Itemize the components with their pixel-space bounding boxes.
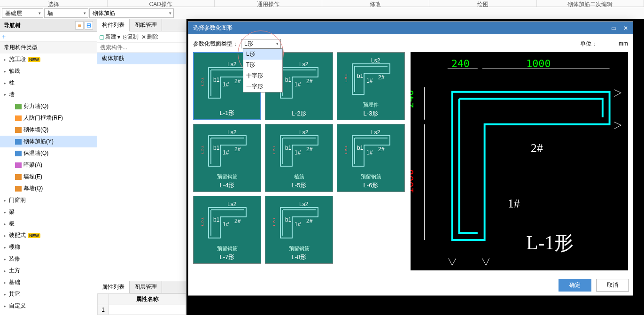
thumb-L-7形[interactable]: Ls2b11#2#Ls1预留钢筋L-7形 (193, 196, 261, 264)
section-type-dropdown[interactable]: L形 (241, 39, 281, 48)
nav-group-柱[interactable]: 柱 (0, 77, 97, 89)
tab-layer-mgmt[interactable]: 图层管理 (130, 281, 162, 293)
svg-text:Ls1: Ls1 (202, 77, 205, 86)
dim-v2: 1000 (411, 169, 416, 193)
svg-text:Ls2: Ls2 (227, 129, 237, 136)
insulation-icon (15, 151, 22, 156)
nav-group-土方[interactable]: 土方 (0, 265, 97, 277)
nav-item-人防门框墙(RF)[interactable]: 人防门框墙(RF) (0, 112, 97, 124)
svg-text:b1: b1 (285, 216, 292, 223)
dropdown-option-十字形[interactable]: 十字形 (243, 70, 282, 81)
svg-text:Ls2: Ls2 (371, 57, 380, 64)
ribbon-group-select[interactable]: 选择 (0, 0, 108, 7)
svg-text:b1: b1 (357, 145, 364, 151)
prop-row-1: 1 (98, 305, 109, 315)
svg-text:1#: 1# (295, 81, 301, 88)
nav-group-楼梯[interactable]: 楼梯 (0, 241, 97, 253)
search-input[interactable] (97, 43, 186, 53)
svg-text:b1: b1 (213, 77, 220, 83)
svg-text:2#: 2# (306, 218, 313, 224)
nav-group-装修[interactable]: 装修 (0, 253, 97, 265)
nav-group-板[interactable]: 板 (0, 218, 97, 230)
unit-value: mm (619, 40, 628, 47)
svg-text:2#: 2# (234, 218, 241, 224)
nav-group-门窗洞[interactable]: 门窗洞 (0, 194, 97, 206)
ribbon-group-general[interactable]: 通用操作 (215, 0, 322, 7)
svg-text:1#: 1# (295, 221, 301, 228)
nav-group-墙[interactable]: 墙 (0, 89, 97, 100)
thumb-L-5形[interactable]: Ls2b11#2#Ls1植筋L-5形 (265, 124, 333, 192)
level-dropdown[interactable]: 基础层 (2, 8, 43, 18)
thumb-L-3形[interactable]: Ls2b11#2#Ls1预埋件L-3形 (337, 52, 405, 120)
nav-item-剪力墙(Q)[interactable]: 剪力墙(Q) (0, 100, 97, 112)
svg-text:Ls1: Ls1 (273, 217, 277, 226)
new-button[interactable]: ▢新建 ▾ (99, 33, 120, 41)
svg-text:Ls2: Ls2 (227, 201, 237, 207)
prop-cell-1[interactable] (109, 305, 186, 315)
nav-group-梁[interactable]: 梁 (0, 206, 97, 218)
ribbon-group-draw[interactable]: 绘图 (429, 0, 537, 7)
nav-add-icon[interactable]: + (2, 33, 6, 40)
svg-text:Ls1: Ls1 (345, 73, 349, 83)
dim-h2: 1000 (526, 58, 551, 69)
delete-button[interactable]: ✕删除 (141, 33, 158, 41)
thumb-L-6形[interactable]: Ls2b11#2#Ls1预留钢筋L-6形 (337, 124, 405, 192)
nav-group-自定义[interactable]: 自定义 (0, 300, 97, 312)
svg-text:Ls1: Ls1 (202, 145, 205, 154)
nav-item-砌体墙(Q)[interactable]: 砌体墙(Q) (0, 124, 97, 136)
svg-text:Ls2: Ls2 (371, 129, 380, 136)
svg-text:Ls2: Ls2 (227, 61, 237, 68)
svg-text:1#: 1# (223, 81, 229, 88)
nav-item-保温墙(Q)[interactable]: 保温墙(Q) (0, 147, 97, 159)
svg-text:2#: 2# (378, 146, 385, 153)
new-badge: NEW (28, 233, 40, 238)
tab-drawing-mgmt[interactable]: 图纸管理 (130, 19, 162, 31)
dim-v1: 240 (411, 90, 416, 108)
dropdown-option-一字形[interactable]: 一字形 (243, 81, 282, 92)
nav-group-其它[interactable]: 其它 (0, 288, 97, 300)
ribbon-group-cad[interactable]: CAD操作 (108, 0, 215, 7)
nav-title: 导航树 (4, 22, 21, 30)
unit-label: 单位： (580, 40, 597, 48)
ribbon-group-rebar-edit[interactable]: 砌体加筋二次编辑 (537, 0, 644, 7)
wall-icon (15, 104, 22, 109)
new-badge: NEW (28, 57, 40, 62)
nav-group-基础[interactable]: 基础 (0, 277, 97, 288)
nav-group-施工段[interactable]: 施工段NEW (0, 54, 97, 65)
nav-item-墙垛(E)[interactable]: 墙垛(E) (0, 171, 97, 183)
nav-common-types[interactable]: 常用构件类型 (0, 42, 97, 54)
dropdown-option-L形[interactable]: L形 (243, 49, 282, 60)
nav-collapse-icon[interactable]: ⊟ (85, 21, 93, 30)
cancel-button[interactable]: 取消 (596, 279, 629, 292)
nav-item-暗梁(A)[interactable]: 暗梁(A) (0, 159, 97, 171)
dialog-close-icon[interactable]: ✕ (623, 25, 628, 31)
nav-list-icon[interactable]: ≡ (75, 21, 84, 30)
tab-property-list[interactable]: 属性列表 (97, 281, 130, 293)
thumb-L-8形[interactable]: Ls2b11#2#Ls1预留钢筋L-8形 (265, 196, 333, 264)
component-list-item[interactable]: 砌体加筋 (97, 53, 186, 64)
dropdown-option-T形[interactable]: T形 (243, 60, 282, 70)
ok-button[interactable]: 确定 (559, 279, 591, 292)
dialog-title: 选择参数化图形 (193, 24, 233, 32)
nav-item-砌体加筋(Y)[interactable]: 砌体加筋(Y) (0, 136, 97, 147)
svg-text:Ls2: Ls2 (299, 61, 309, 68)
svg-text:1#: 1# (366, 77, 373, 84)
nav-group-装配式[interactable]: 装配式NEW (0, 230, 97, 241)
shape-name: L-1形 (526, 232, 574, 254)
svg-text:b1: b1 (213, 145, 220, 151)
ribbon-group-modify[interactable]: 修改 (322, 0, 430, 7)
thumb-L-4形[interactable]: Ls2b11#2#Ls1预留钢筋L-4形 (193, 124, 261, 192)
component-dropdown[interactable]: 砌体加筋 (89, 8, 174, 18)
category-dropdown[interactable]: 墙 (44, 8, 88, 18)
beam-icon (15, 162, 22, 168)
svg-text:Ls1: Ls1 (345, 145, 349, 154)
nav-item-幕墙(Q)[interactable]: 幕墙(Q) (0, 183, 97, 194)
tab-component-list[interactable]: 构件列表 (97, 19, 130, 31)
svg-text:1#: 1# (366, 149, 373, 156)
svg-text:Ls1: Ls1 (273, 145, 277, 154)
nav-group-轴线[interactable]: 轴线 (0, 65, 97, 77)
copy-button[interactable]: ⎘复制 (123, 33, 139, 41)
dialog-maximize-icon[interactable]: ▭ (611, 25, 616, 31)
svg-text:b1: b1 (357, 73, 364, 79)
svg-text:1#: 1# (223, 149, 229, 156)
